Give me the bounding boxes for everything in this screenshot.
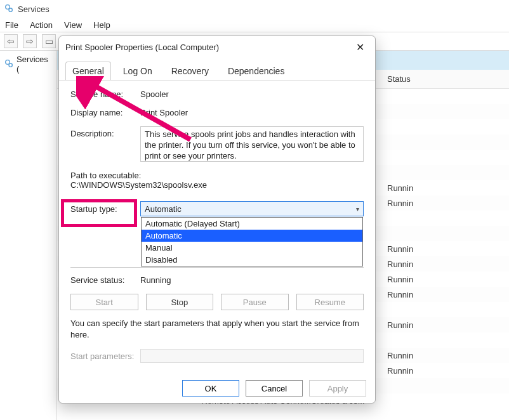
cell-status: Runnin: [387, 351, 438, 360]
apply-button[interactable]: Apply: [309, 380, 366, 397]
cell-status: Runnin: [387, 366, 438, 376]
combo-option-selected[interactable]: Automatic: [142, 230, 362, 242]
pause-button[interactable]: Pause: [221, 294, 289, 310]
close-button[interactable]: ✕: [351, 38, 369, 56]
start-params-input[interactable]: [140, 349, 364, 363]
label-start-params: Start parameters:: [70, 351, 140, 361]
services-icon: [4, 58, 14, 70]
cell-status: Runnin: [387, 320, 438, 330]
cell-status: Runnin: [387, 275, 438, 284]
chevron-down-icon: ▾: [356, 206, 359, 213]
label-display-name: Display name:: [70, 108, 140, 117]
window-title: Services: [18, 4, 50, 14]
cell-status: Runnin: [387, 259, 438, 269]
cell-status: Runnin: [387, 199, 438, 208]
label-startup-type: Startup type:: [70, 204, 140, 214]
start-button[interactable]: Start: [70, 294, 138, 310]
hint-text: You can specify the start parameters tha…: [70, 318, 364, 340]
menu-file[interactable]: File: [5, 20, 18, 30]
combo-selected: Automatic: [145, 204, 182, 214]
tree-item-services[interactable]: Services (: [3, 53, 54, 75]
cell-status: Runnin: [387, 244, 438, 254]
svg-point-1: [9, 8, 12, 11]
tab-strip: General Log On Recovery Dependencies: [59, 58, 375, 81]
tab-general[interactable]: General: [65, 62, 111, 80]
menu-help[interactable]: Help: [93, 20, 110, 30]
combo-option[interactable]: Automatic (Delayed Start): [142, 218, 362, 230]
tab-recovery[interactable]: Recovery: [164, 62, 216, 80]
properties-dialog: Print Spooler Properties (Local Computer…: [58, 36, 376, 404]
cancel-button[interactable]: Cancel: [246, 380, 303, 397]
value-service-status: Running: [140, 275, 364, 285]
left-pane: Services (: [0, 51, 57, 420]
services-icon: [4, 3, 14, 15]
forward-button[interactable]: ⇨: [23, 34, 37, 48]
cell-status: Runnin: [387, 183, 438, 193]
value-service-name: Spooler: [140, 89, 364, 99]
col-status[interactable]: Status: [387, 74, 438, 84]
cell-status: Runnin: [387, 290, 438, 299]
svg-point-3: [9, 63, 12, 67]
startup-type-dropdown[interactable]: Automatic (Delayed Start) Automatic Manu…: [141, 217, 363, 266]
combo-option[interactable]: Disabled: [142, 254, 362, 266]
value-path: C:\WINDOWS\System32\spoolsv.exe: [70, 180, 364, 190]
titlebar: Services: [0, 0, 509, 18]
menu-action[interactable]: Action: [30, 20, 53, 30]
combo-option[interactable]: Manual: [142, 242, 362, 254]
startup-type-combo[interactable]: Automatic ▾ Automatic (Delayed Start) Au…: [140, 201, 364, 216]
dialog-titlebar: Print Spooler Properties (Local Computer…: [59, 36, 375, 58]
label-service-status: Service status:: [70, 275, 140, 285]
label-description: Description:: [70, 126, 140, 138]
tab-logon[interactable]: Log On: [116, 62, 159, 80]
toolbar-button[interactable]: ▭: [42, 34, 56, 48]
tab-dependencies[interactable]: Dependencies: [221, 62, 292, 80]
menu-view[interactable]: View: [64, 20, 82, 30]
resume-button[interactable]: Resume: [296, 294, 364, 310]
divider: [70, 267, 364, 268]
stop-button[interactable]: Stop: [146, 294, 214, 310]
label-path: Path to executable:: [70, 171, 364, 180]
value-display-name: Print Spooler: [140, 108, 364, 117]
label-service-name: Service name:: [70, 89, 140, 99]
menubar[interactable]: File Action View Help: [0, 18, 509, 32]
description-box[interactable]: This service spools print jobs and handl…: [140, 126, 364, 162]
back-button[interactable]: ⇦: [4, 34, 18, 48]
tree-label: Services (: [17, 55, 53, 74]
dialog-title: Print Spooler Properties (Local Computer…: [65, 43, 219, 52]
ok-button[interactable]: OK: [182, 380, 239, 397]
